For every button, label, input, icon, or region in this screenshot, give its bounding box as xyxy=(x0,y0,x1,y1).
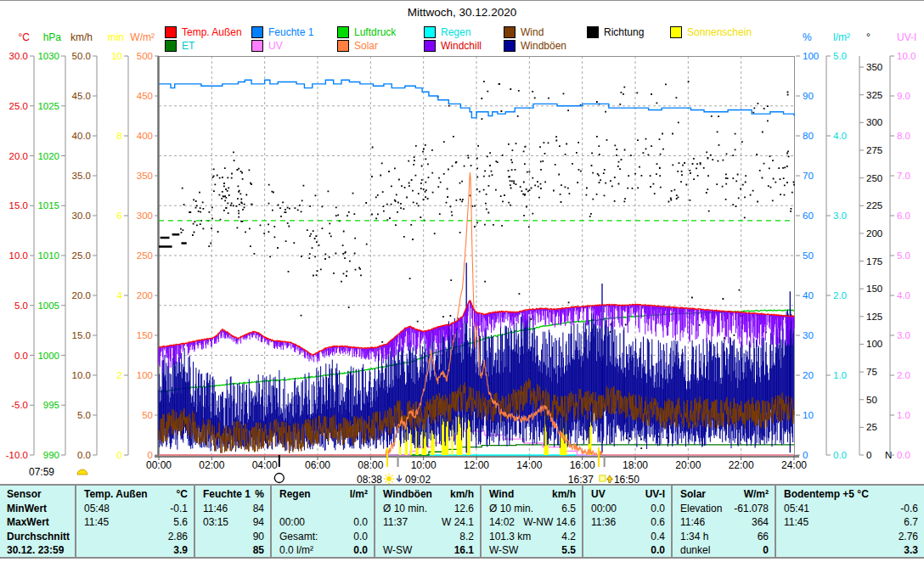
stats-cell-row: W-SW5.5 xyxy=(482,543,582,558)
svg-text:25.0: 25.0 xyxy=(9,101,28,111)
stats-cell-value: 16.1 xyxy=(454,544,474,556)
right-axis-: °350325300275250225200175150125100755025… xyxy=(859,31,892,460)
stats-col-name: UV xyxy=(591,488,606,500)
svg-text:200: 200 xyxy=(866,228,882,239)
chart-svg: °C30.025.020.015.010.05.00.0-5.0-10.0hPa… xyxy=(0,1,924,486)
stats-cell-value: 6.7 xyxy=(904,516,918,528)
svg-text:100: 100 xyxy=(137,370,153,380)
svg-text:W/m²: W/m² xyxy=(130,31,155,43)
svg-text:200: 200 xyxy=(137,290,153,301)
svg-text:20.0: 20.0 xyxy=(9,151,28,161)
stats-col-name: Temp. Außen xyxy=(84,488,148,500)
moonset-icon xyxy=(397,475,402,482)
stats-cell-row: 3.9 xyxy=(76,543,194,558)
svg-text:450: 450 xyxy=(137,91,153,101)
svg-text:100: 100 xyxy=(866,339,882,349)
stats-cell-label: Gesamt: xyxy=(279,531,318,542)
stats-col-unit: l/m² xyxy=(350,488,368,500)
svg-text:15.0: 15.0 xyxy=(9,200,28,211)
stats-cell-label: 05:41 xyxy=(784,503,809,514)
stats-cell-label: 00:00 xyxy=(591,503,617,514)
stats-cell-value: 3.9 xyxy=(173,544,188,556)
stats-col-header: Feuchte 1% xyxy=(195,487,270,502)
stats-table: SensorMinWertMaxWertDurchschnitt30.12. 2… xyxy=(0,484,924,559)
svg-text:10.0: 10.0 xyxy=(897,51,916,61)
moonrise-icon xyxy=(606,475,612,483)
stats-col-feuchte-1: Feuchte 1%11:468403:15949085 xyxy=(194,486,270,557)
stats-cell-label: 1:34 h xyxy=(680,531,708,542)
stats-cell-label: 101.3 km xyxy=(489,531,531,542)
left-axis-c: °C30.025.020.015.010.05.00.0-5.0-10.0 xyxy=(6,31,34,460)
stats-cell-label: 11:45 xyxy=(784,516,808,528)
stats-cell-row: 0.0 xyxy=(583,543,671,558)
stats-row-label: 30.12. 23:59 xyxy=(0,543,75,558)
stats-cell-value: 0.0 xyxy=(353,531,368,542)
stats-cell-value: 0 xyxy=(763,544,769,556)
svg-text:20: 20 xyxy=(803,370,814,380)
stats-col-header: Temp. Außen°C xyxy=(76,487,194,502)
svg-text:1.0: 1.0 xyxy=(897,410,910,420)
svg-text:75: 75 xyxy=(866,367,877,377)
stats-col-name: Windböen xyxy=(383,488,432,500)
stats-col-unit: % xyxy=(255,488,264,500)
svg-text:275: 275 xyxy=(866,145,882,155)
stats-cell-label: 0.0 l/m² xyxy=(279,544,313,556)
stats-cell-label: 11:46 xyxy=(203,503,228,514)
stats-cell-row: Ø 10 min.12.6 xyxy=(375,502,480,516)
svg-text:6: 6 xyxy=(117,211,122,221)
stats-cell-label: 00:00 xyxy=(279,516,305,528)
dawn-time-label: 07:59 xyxy=(29,466,54,478)
stats-cell-row: 03:1594 xyxy=(195,515,270,530)
svg-text:50: 50 xyxy=(866,395,877,405)
stats-cell-value: 0.4 xyxy=(651,531,665,542)
stats-cell-row xyxy=(272,502,374,516)
svg-text:min: min xyxy=(108,31,124,43)
stats-cell-label: 14:02 xyxy=(489,516,515,528)
stats-row-label: MinWert xyxy=(0,502,75,516)
svg-text:990: 990 xyxy=(43,450,59,460)
stats-cell-row: 11:456.7 xyxy=(776,515,924,530)
svg-text:50: 50 xyxy=(142,410,153,420)
stats-cell-value: 5.6 xyxy=(173,516,188,528)
svg-text:60: 60 xyxy=(803,211,814,221)
svg-text:10.0: 10.0 xyxy=(9,250,28,261)
stats-cell-label: Elevation xyxy=(680,503,722,514)
svg-text:0: 0 xyxy=(866,450,871,460)
svg-text:5.0: 5.0 xyxy=(833,51,847,61)
svg-text:0.0: 0.0 xyxy=(14,351,28,361)
stats-cell-value: 2.86 xyxy=(168,531,188,542)
stats-cell-row: 90 xyxy=(195,530,270,544)
stats-cell-value: 84 xyxy=(253,503,264,514)
svg-text:40: 40 xyxy=(803,290,814,301)
x-tick-label: 10:00 xyxy=(411,459,437,471)
stats-cell-value: 8.2 xyxy=(459,531,474,542)
svg-text:15.0: 15.0 xyxy=(72,330,91,340)
svg-text:25.0: 25.0 xyxy=(72,250,91,261)
stats-cell-value: 94 xyxy=(253,516,264,528)
stats-cell-row: 00:000.0 xyxy=(583,502,671,516)
stats-cell-value: 0.0 xyxy=(651,503,665,514)
stats-row-label: Sensor xyxy=(0,487,75,502)
svg-text:250: 250 xyxy=(866,173,882,183)
svg-text:hPa: hPa xyxy=(43,31,62,43)
stats-cell-row: 1:34 h66 xyxy=(673,530,775,544)
svg-text:1015: 1015 xyxy=(37,200,59,211)
stats-cell-row: 11:4684 xyxy=(195,502,270,516)
svg-text:350: 350 xyxy=(137,171,153,181)
svg-text:325: 325 xyxy=(866,90,882,100)
stats-cell-row: 11:360.6 xyxy=(583,515,671,530)
sunset-icon xyxy=(600,475,606,481)
svg-text:1010: 1010 xyxy=(37,250,59,261)
svg-text:8: 8 xyxy=(117,131,122,141)
x-tick-label: 00:00 xyxy=(146,459,172,471)
stats-cell-label: 11:36 xyxy=(591,516,616,528)
svg-text:9.0: 9.0 xyxy=(897,91,910,101)
svg-text:7.0: 7.0 xyxy=(897,171,910,181)
svg-text:40.0: 40.0 xyxy=(72,131,91,141)
stats-cell-value: 66 xyxy=(758,531,769,542)
stats-col-header: Bodentemp +5 °C xyxy=(776,487,924,502)
stats-col-header: SolarW/m² xyxy=(673,487,775,502)
stats-cell-label: dunkel xyxy=(680,544,710,556)
svg-text:50.0: 50.0 xyxy=(72,51,91,61)
stats-cell-row: 8.2 xyxy=(375,530,480,544)
